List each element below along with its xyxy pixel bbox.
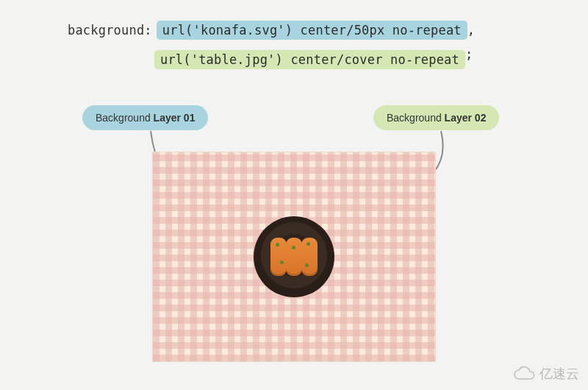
layer-1-label-pre: Background bbox=[96, 112, 154, 124]
watermark: 亿速云 bbox=[513, 365, 579, 383]
layer-2-label: Background Layer 02 bbox=[373, 105, 499, 130]
cloud-icon bbox=[513, 366, 535, 382]
css-declaration: background: url('konafa.svg') center/50p… bbox=[68, 21, 475, 69]
layer-1-value: url('konafa.svg') center/50px no-repeat bbox=[157, 21, 467, 40]
watermark-text: 亿速云 bbox=[539, 365, 579, 383]
konafa-icon bbox=[271, 235, 317, 278]
layer-2-label-bold: Layer 02 bbox=[445, 112, 487, 124]
layer-1-label: Background Layer 01 bbox=[82, 105, 208, 130]
css-property: background: bbox=[68, 23, 157, 38]
preview-box bbox=[152, 152, 436, 362]
terminator: ; bbox=[465, 47, 473, 62]
plate-icon bbox=[254, 216, 334, 297]
layer-2-label-pre: Background bbox=[387, 112, 445, 124]
layer-1-label-bold: Layer 01 bbox=[154, 112, 196, 124]
layer-2-value: url('table.jpg') center/cover no-repeat bbox=[154, 50, 465, 69]
separator: , bbox=[467, 23, 475, 38]
